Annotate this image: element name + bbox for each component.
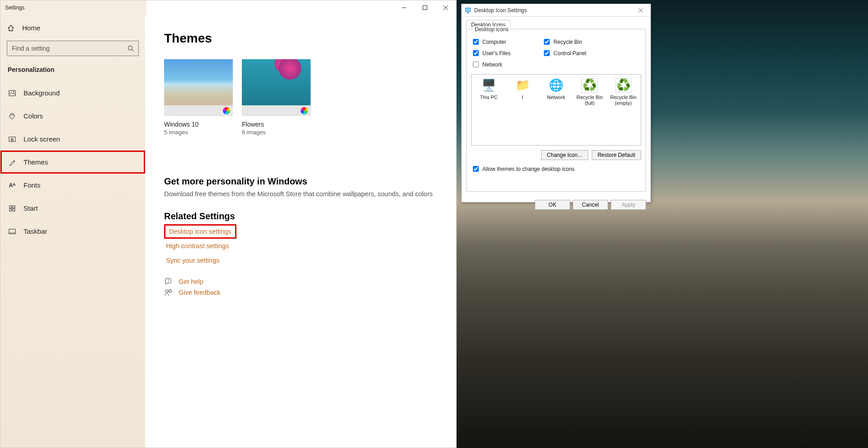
change-icon-button[interactable]: Change Icon...	[541, 150, 588, 160]
search-icon	[127, 45, 134, 52]
sidebar-item-colors[interactable]: Colors	[0, 104, 145, 127]
svg-point-21	[165, 290, 168, 292]
get-help-row[interactable]: ? Get help	[164, 278, 438, 286]
sidebar-item-taskbar[interactable]: Taskbar	[0, 220, 145, 243]
more-description: Download free themes from the Microsoft …	[164, 190, 438, 198]
picture-icon	[8, 90, 16, 97]
sidebar-item-label: Start	[24, 204, 38, 212]
svg-rect-23	[466, 8, 470, 11]
svg-point-7	[13, 91, 14, 92]
sidebar-item-themes[interactable]: Themes	[0, 151, 145, 174]
themes-icon	[8, 159, 16, 166]
dialog-title: Desktop Icon Settings	[474, 7, 527, 14]
theme-card-windows10[interactable]: Windows 10 5 images	[164, 59, 233, 136]
link-desktop-icon-settings[interactable]: Desktop icon settings	[164, 224, 236, 239]
recycle-bin-empty-icon: ♻️	[615, 78, 632, 93]
home-icon	[7, 24, 15, 32]
sidebar-item-label: Colors	[24, 112, 43, 120]
icons-preview: 🖥️ This PC 📁 I 🌐 Network ♻️ Recycle Bin …	[471, 74, 641, 146]
help-icon: ?	[164, 278, 172, 286]
sidebar-item-lockscreen[interactable]: Lock screen	[0, 127, 145, 151]
icon-user-folder[interactable]: 📁 I	[508, 78, 537, 100]
svg-rect-12	[11, 139, 13, 141]
give-feedback-row[interactable]: Give feedback	[164, 288, 438, 297]
settings-titlebar: Settings	[0, 0, 456, 15]
icon-recycle-bin-empty[interactable]: ♻️ Recycle Bin (empty)	[609, 78, 638, 106]
link-sync-your-settings[interactable]: Sync your settings	[164, 253, 221, 268]
sidebar-item-label: Lock screen	[24, 135, 60, 143]
sidebar-item-label: Fonts	[24, 181, 41, 189]
icon-recycle-bin-full[interactable]: ♻️ Recycle Bin (full)	[575, 78, 604, 106]
svg-rect-25	[467, 13, 469, 13]
svg-rect-15	[13, 206, 15, 208]
settings-content: Themes Windows 10 5 images Flowers	[145, 15, 456, 448]
checkbox-users-files[interactable]: User's Files	[471, 49, 510, 57]
dialog-close-button[interactable]	[633, 5, 648, 15]
theme-card-flowers[interactable]: Flowers 6 images	[242, 59, 311, 136]
link-high-contrast-settings[interactable]: High contrast settings	[164, 239, 231, 253]
svg-point-4	[128, 46, 132, 50]
sidebar-item-label: Themes	[24, 158, 48, 166]
cancel-button[interactable]: Cancel	[573, 200, 608, 210]
dialog-footer: OK Cancel Apply	[462, 196, 651, 214]
icon-this-pc[interactable]: 🖥️ This PC	[474, 78, 503, 100]
color-wheel-icon	[223, 107, 230, 114]
checkbox-network[interactable]: Network	[471, 60, 510, 69]
svg-rect-19	[9, 232, 15, 234]
sidebar-item-background[interactable]: Background	[0, 81, 145, 104]
settings-title: Settings	[5, 5, 24, 11]
sidebar-item-label: Taskbar	[24, 227, 47, 235]
theme-subtext: 5 images	[164, 129, 233, 136]
taskbar-icon	[8, 228, 16, 235]
minimize-button[interactable]	[394, 0, 415, 15]
icon-network[interactable]: 🌐 Network	[542, 78, 571, 100]
theme-thumbnail	[164, 59, 233, 116]
svg-rect-24	[467, 12, 469, 13]
palette-icon	[8, 113, 16, 120]
color-wheel-icon	[301, 107, 308, 114]
svg-rect-17	[13, 209, 15, 211]
get-help-link[interactable]: Get help	[179, 278, 203, 285]
restore-default-button[interactable]: Restore Default	[592, 150, 641, 160]
search-input[interactable]: Find a setting	[7, 41, 139, 56]
checkbox-control-panel[interactable]: Control Panel	[542, 49, 586, 57]
window-controls	[394, 0, 456, 15]
theme-name: Windows 10	[164, 121, 233, 128]
page-title: Themes	[164, 31, 438, 46]
theme-subtext: 6 images	[242, 129, 311, 136]
search-placeholder: Find a setting	[12, 45, 50, 52]
user-folder-icon: 📁	[514, 78, 531, 93]
themes-list: Windows 10 5 images Flowers 6 images	[164, 59, 438, 136]
group-label: Desktop icons	[473, 26, 510, 33]
close-button[interactable]	[435, 0, 456, 15]
more-heading: Get more personality in Windows	[164, 176, 438, 187]
sidebar-item-label: Background	[24, 89, 60, 97]
checkbox-allow-themes[interactable]: Allow themes to change desktop icons	[471, 165, 641, 173]
svg-text:?: ?	[167, 278, 170, 283]
svg-rect-14	[9, 206, 12, 208]
settings-window: Settings Home Find a setting	[0, 0, 457, 448]
theme-name: Flowers	[242, 121, 311, 128]
maximize-button[interactable]	[415, 0, 435, 15]
related-heading: Related Settings	[164, 211, 438, 222]
give-feedback-link[interactable]: Give feedback	[179, 289, 221, 296]
pc-icon: 🖥️	[481, 78, 497, 93]
sidebar-home[interactable]: Home	[0, 19, 145, 37]
start-icon	[8, 205, 16, 212]
fonts-icon: AA	[8, 182, 16, 189]
feedback-icon	[164, 288, 172, 297]
ok-button[interactable]: OK	[535, 200, 570, 210]
sidebar-item-fonts[interactable]: AA Fonts	[0, 174, 145, 197]
dialog-titlebar: Desktop Icon Settings	[462, 4, 651, 17]
settings-sidebar: Home Find a setting Personalization Back…	[0, 15, 145, 448]
theme-image	[164, 59, 233, 105]
svg-point-10	[13, 114, 14, 115]
theme-image	[242, 59, 311, 105]
sidebar-home-label: Home	[22, 24, 40, 32]
network-icon: 🌐	[548, 78, 564, 93]
sidebar-item-start[interactable]: Start	[0, 197, 145, 220]
svg-point-9	[11, 114, 12, 115]
sidebar-section-title: Personalization	[0, 61, 145, 81]
svg-point-8	[10, 115, 11, 116]
apply-button[interactable]: Apply	[611, 200, 646, 210]
